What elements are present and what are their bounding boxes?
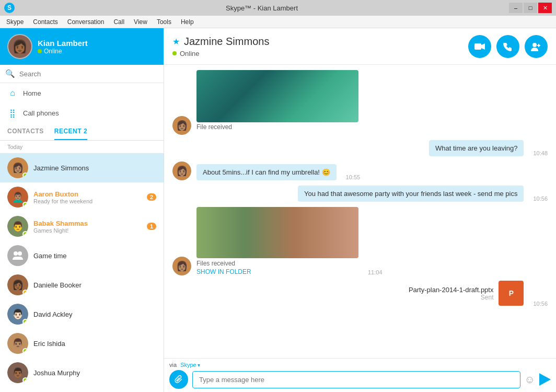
message-input[interactable] bbox=[192, 371, 520, 388]
contact-info: Game time bbox=[33, 252, 156, 260]
file-info: Party-plan-2014-1-draft.pptx Sent bbox=[409, 286, 494, 301]
contact-info: David Ackley bbox=[33, 310, 156, 318]
list-item[interactable]: 👨🏽 Eric Ishida bbox=[0, 329, 164, 358]
received-image-group bbox=[196, 207, 358, 258]
file-attachment: Party-plan-2014-1-draft.pptx Sent P bbox=[409, 281, 524, 306]
powerpoint-icon: P bbox=[499, 281, 524, 306]
chat-messages: 👩🏽 File received What time are you leavi… bbox=[164, 65, 556, 358]
search-icon: 🔍 bbox=[5, 69, 15, 78]
avatar: 👩🏽 bbox=[7, 157, 28, 178]
show-in-folder-link[interactable]: SHOW IN FOLDER bbox=[196, 268, 358, 275]
contact-name: Babak Shammas bbox=[33, 220, 142, 227]
contact-status-text: Games Night! bbox=[33, 227, 142, 234]
star-icon[interactable]: ★ bbox=[172, 37, 180, 47]
file-message: Party-plan-2014-1-draft.pptx Sent P bbox=[409, 281, 524, 307]
emoji-button[interactable]: ☺ bbox=[525, 374, 535, 386]
status-dot-icon bbox=[38, 49, 42, 53]
status-indicator-icon bbox=[22, 290, 28, 295]
chat-contact-name: ★ Jazmine Simmons bbox=[172, 36, 269, 48]
voice-call-button[interactable] bbox=[496, 35, 519, 58]
maximize-button[interactable]: □ bbox=[524, 3, 537, 13]
chat-status: Online bbox=[172, 50, 269, 57]
avatar: 👨🏻 bbox=[7, 304, 28, 325]
avatar: 👩🏾 bbox=[7, 274, 28, 295]
message-avatar: 👩🏽 bbox=[172, 257, 191, 275]
menu-help[interactable]: Help bbox=[177, 17, 198, 27]
list-item[interactable]: 👨🏻 David Ackley bbox=[0, 299, 164, 329]
contact-name: Danielle Booker bbox=[33, 281, 156, 289]
message-time: 10:55 bbox=[346, 174, 361, 180]
list-item[interactable]: 👩🏾 Danielle Booker bbox=[0, 270, 164, 299]
input-row: ☺ bbox=[169, 370, 551, 389]
minimize-button[interactable]: – bbox=[509, 3, 523, 13]
avatar: 👨🏾 bbox=[7, 362, 28, 383]
contact-info: Babak Shammas Games Night! bbox=[33, 220, 142, 234]
menu-tools[interactable]: Tools bbox=[153, 17, 176, 27]
unread-badge: 1 bbox=[147, 223, 156, 230]
menu-view[interactable]: View bbox=[130, 17, 152, 27]
chat-panel: ★ Jazmine Simmons Online bbox=[164, 28, 556, 392]
list-item[interactable]: 👨 Babak Shammas Games Night! 1 bbox=[0, 212, 164, 241]
list-item[interactable]: 👨🏽‍🦱 Aaron Buxton Ready for the weekend … bbox=[0, 182, 164, 212]
list-item[interactable]: 👨🏾 Joshua Murphy bbox=[0, 358, 164, 387]
nav-call-phones-label: Call phones bbox=[23, 109, 59, 117]
message-bubble: What time are you leaving? bbox=[429, 140, 524, 156]
online-status-icon bbox=[172, 51, 177, 55]
menu-conversation[interactable]: Conversation bbox=[63, 17, 109, 27]
list-item[interactable]: Game time bbox=[0, 241, 164, 270]
message-avatar: 👩🏽 bbox=[172, 116, 191, 135]
avatar: 👩🏾 bbox=[7, 34, 32, 59]
title-bar: S Skype™ - Kian Lambert – □ ✕ bbox=[0, 0, 556, 16]
status-indicator-icon bbox=[22, 172, 28, 178]
message-time: 11:04 bbox=[368, 269, 383, 275]
message-time: 10:56 bbox=[533, 301, 548, 307]
image-placeholder bbox=[196, 70, 358, 122]
tab-contacts[interactable]: CONTACTS bbox=[7, 123, 44, 140]
attach-button[interactable] bbox=[169, 370, 188, 389]
status-indicator-icon bbox=[22, 377, 28, 383]
menu-skype[interactable]: Skype bbox=[2, 17, 28, 27]
search-input[interactable] bbox=[19, 70, 158, 78]
video-call-button[interactable] bbox=[468, 35, 491, 58]
contact-info: Eric Ishida bbox=[33, 340, 156, 348]
message-row: 👩🏽 File received bbox=[172, 70, 548, 135]
menu-contacts[interactable]: Contacts bbox=[29, 17, 62, 27]
via-skype-label: via Skype ▾ bbox=[169, 362, 551, 368]
contact-name: Game time bbox=[33, 252, 156, 260]
title-bar-title: Skype™ - Kian Lambert bbox=[15, 4, 509, 12]
contact-status-text: Ready for the weekend bbox=[33, 198, 142, 204]
contact-info: Joshua Murphy bbox=[33, 369, 156, 377]
title-bar-left: S bbox=[4, 3, 15, 13]
send-button[interactable] bbox=[539, 373, 551, 386]
message-row: You had that awesome party with your fri… bbox=[172, 186, 548, 202]
nav-call-phones[interactable]: ⣿ Call phones bbox=[0, 103, 164, 123]
message-row: What time are you leaving? 10:48 bbox=[172, 140, 548, 156]
svg-point-4 bbox=[532, 43, 537, 47]
contact-info: Danielle Booker bbox=[33, 281, 156, 289]
avatar: 👨🏽‍🦱 bbox=[7, 187, 28, 207]
via-skype-link[interactable]: Skype bbox=[180, 362, 196, 368]
contact-name: David Ackley bbox=[33, 310, 156, 318]
main-container: 👩🏾 Kian Lambert Online 🔍 ⌂ Home ⣿ Call p… bbox=[0, 28, 556, 392]
tab-recent[interactable]: RECENT 2 bbox=[54, 123, 87, 140]
list-item[interactable]: 👩🏽 Jazmine Simmons bbox=[0, 153, 164, 182]
close-button[interactable]: ✕ bbox=[538, 3, 552, 13]
status-label: Online bbox=[44, 48, 62, 55]
status-indicator-icon bbox=[22, 319, 28, 325]
menu-call[interactable]: Call bbox=[109, 17, 129, 27]
message-time: 10:48 bbox=[533, 150, 548, 156]
via-label: via bbox=[169, 362, 177, 368]
file-sent-label: Sent bbox=[409, 294, 494, 301]
message-row: 👩🏽 About 5mins...if I can find my umbrel… bbox=[172, 162, 548, 180]
user-profile: 👩🏾 Kian Lambert Online bbox=[0, 28, 164, 65]
nav-home[interactable]: ⌂ Home bbox=[0, 83, 164, 103]
message-avatar: 👩🏽 bbox=[172, 162, 191, 180]
add-contact-button[interactable] bbox=[525, 35, 548, 58]
dropdown-icon: ▾ bbox=[198, 362, 200, 368]
date-header: Today bbox=[0, 141, 164, 153]
search-bar[interactable]: 🔍 bbox=[0, 65, 164, 83]
unread-badge: 2 bbox=[147, 193, 156, 201]
file-received-label: File received bbox=[196, 123, 358, 131]
nav-home-label: Home bbox=[23, 89, 41, 97]
profile-info: Kian Lambert Online bbox=[38, 39, 88, 55]
